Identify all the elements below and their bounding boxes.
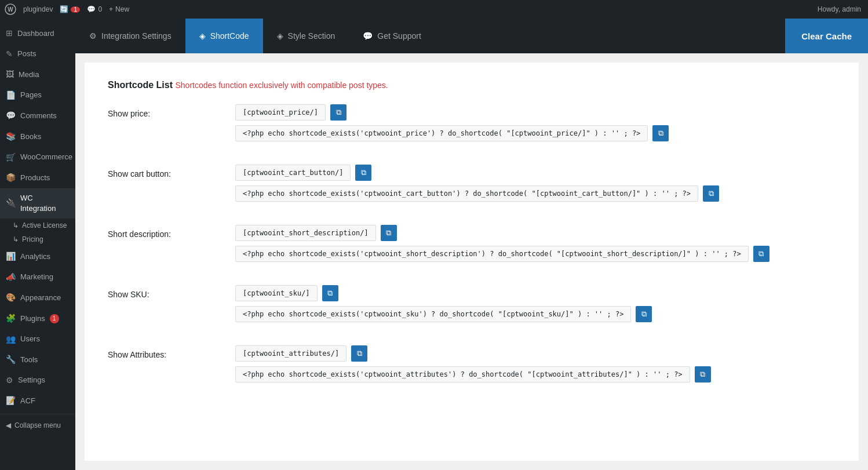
new-item[interactable]: + New	[109, 5, 129, 13]
media-icon: 🖼	[6, 69, 14, 81]
collapse-menu[interactable]: ◀ Collapse menu	[0, 417, 75, 434]
plugins-icon: 🧩	[6, 313, 16, 325]
style-section-icon: ◈	[277, 31, 283, 41]
collapse-label: Collapse menu	[14, 421, 61, 429]
show-attributes-label: Show Attributes:	[108, 345, 235, 359]
tab-get-support[interactable]: 💬 Get Support	[349, 19, 435, 53]
show-cart-button-simple-code: [cptwooint_cart_button/]	[235, 165, 351, 181]
sidebar-label-acf: ACF	[20, 396, 35, 406]
tab-bar: ⚙ Integration Settings ◈ ShortCode ◈ Sty…	[75, 19, 868, 53]
acf-icon: 📝	[6, 395, 16, 407]
sidebar-item-users[interactable]: 👥 Users	[0, 329, 75, 350]
sidebar-item-products[interactable]: 📦 Products	[0, 167, 75, 188]
sidebar-label-tools: Tools	[20, 355, 38, 365]
page-content: Shortcode List Shortcodes function exclu…	[85, 63, 859, 461]
shortcode-row-show-price: Show price: [cptwooint_price/] ⧉ <?php e…	[108, 104, 836, 148]
sidebar-item-active-license[interactable]: ↳ Active License	[0, 218, 75, 232]
show-sku-php-copy[interactable]: ⧉	[636, 306, 652, 322]
show-cart-button-codes: [cptwooint_cart_button/] ⧉ <?php echo sh…	[235, 165, 836, 202]
short-description-php-copy[interactable]: ⧉	[753, 246, 769, 262]
clear-cache-button[interactable]: Clear Cache	[785, 19, 868, 53]
woocommerce-icon: 🛒	[6, 152, 16, 163]
sidebar-item-tools[interactable]: 🔧 Tools	[0, 349, 75, 370]
show-cart-button-php-line: <?php echo shortcode_exists('cptwooint_c…	[235, 185, 836, 202]
shortcode-list-title-text: Shortcode List	[108, 80, 173, 90]
collapse-icon: ◀	[6, 421, 11, 429]
updates-item[interactable]: 🔄 1	[60, 5, 80, 13]
updates-icon: 🔄	[60, 5, 68, 13]
sidebar-item-appearance[interactable]: 🎨 Appearance	[0, 287, 75, 308]
show-attributes-php-line: <?php echo shortcode_exists('cptwooint_a…	[235, 366, 836, 382]
show-attributes-codes: [cptwooint_attributes/] ⧉ <?php echo sho…	[235, 345, 836, 382]
sidebar-item-woocommerce[interactable]: 🛒 WooCommerce	[0, 147, 75, 168]
sidebar-item-posts[interactable]: ✎ Posts	[0, 44, 75, 65]
dashboard-icon: ⊞	[6, 28, 13, 39]
sidebar-label-woocommerce: WooCommerce	[20, 152, 72, 162]
show-attributes-php-copy[interactable]: ⧉	[695, 366, 711, 382]
get-support-icon: 💬	[363, 31, 373, 41]
pricing-arrow: ↳	[13, 235, 19, 243]
sidebar-label-appearance: Appearance	[20, 293, 61, 303]
sidebar-item-wc-integration[interactable]: 🔌 WC Integration	[0, 188, 75, 218]
comments-icon: 💬	[6, 110, 16, 122]
howdy-text: Howdy, admin	[818, 5, 861, 13]
short-description-codes: [cptwooint_short_description/] ⧉ <?php e…	[235, 225, 836, 262]
sidebar-item-media[interactable]: 🖼 Media	[0, 64, 75, 85]
short-description-simple-line: [cptwooint_short_description/] ⧉	[235, 225, 836, 241]
tab-shortcode[interactable]: ◈ ShortCode	[185, 19, 263, 53]
clear-cache-label: Clear Cache	[801, 31, 852, 41]
sidebar-label-wc-integration: WC Integration	[20, 193, 70, 214]
sidebar-item-pages[interactable]: 📄 Pages	[0, 85, 75, 106]
show-price-php-copy[interactable]: ⧉	[652, 125, 669, 141]
sidebar-label-marketing: Marketing	[20, 272, 53, 282]
show-cart-button-label: Show cart button:	[108, 165, 235, 178]
books-icon: 📚	[6, 131, 16, 143]
site-name-item[interactable]: plugindev	[23, 5, 53, 13]
show-sku-simple-line: [cptwooint_sku/] ⧉	[235, 285, 836, 301]
show-cart-button-php-code: <?php echo shortcode_exists('cptwooint_c…	[235, 185, 698, 202]
show-sku-php-code: <?php echo shortcode_exists('cptwooint_s…	[235, 306, 631, 322]
svg-text:W: W	[8, 6, 13, 13]
sidebar-item-pricing[interactable]: ↳ Pricing	[0, 232, 75, 246]
show-cart-button-php-copy[interactable]: ⧉	[703, 185, 719, 202]
sidebar-label-active-license: Active License	[22, 221, 67, 229]
show-attributes-php-code: <?php echo shortcode_exists('cptwooint_a…	[235, 366, 690, 382]
show-price-codes: [cptwooint_price/] ⧉ <?php echo shortcod…	[235, 104, 836, 141]
shortcode-row-short-description: Short description: [cptwooint_short_desc…	[108, 225, 836, 269]
show-sku-simple-copy[interactable]: ⧉	[322, 285, 338, 301]
posts-icon: ✎	[6, 49, 13, 60]
tab-style-section[interactable]: ◈ Style Section	[263, 19, 349, 53]
comments-item[interactable]: 💬 0	[87, 5, 102, 13]
sidebar-item-comments[interactable]: 💬 Comments	[0, 105, 75, 126]
sidebar: ⊞ Dashboard ✎ Posts 🖼 Media 📄 Pages 💬 Co…	[0, 19, 75, 470]
shortcode-list-heading: Shortcode List Shortcodes function exclu…	[108, 80, 836, 90]
sidebar-item-acf[interactable]: 📝 ACF	[0, 391, 75, 411]
show-price-php-line: <?php echo shortcode_exists('cptwooint_p…	[235, 125, 836, 141]
show-attributes-simple-code: [cptwooint_attributes/]	[235, 345, 347, 362]
sidebar-item-plugins[interactable]: 🧩 Plugins 1	[0, 308, 75, 329]
sidebar-item-dashboard[interactable]: ⊞ Dashboard	[0, 23, 75, 44]
sidebar-item-analytics[interactable]: 📊 Analytics	[0, 246, 75, 267]
sidebar-label-books: Books	[20, 132, 41, 142]
shortcode-row-show-sku: Show SKU: [cptwooint_sku/] ⧉ <?php echo …	[108, 285, 836, 329]
tab-integration-settings[interactable]: ⚙ Integration Settings	[75, 19, 185, 53]
sidebar-item-books[interactable]: 📚 Books	[0, 126, 75, 147]
show-price-simple-line: [cptwooint_price/] ⧉	[235, 104, 836, 121]
show-price-simple-copy[interactable]: ⧉	[330, 104, 347, 121]
sidebar-label-users: Users	[20, 334, 40, 344]
tab-style-section-label: Style Section	[288, 31, 335, 41]
show-sku-simple-code: [cptwooint_sku/]	[235, 285, 318, 301]
short-description-label: Short description:	[108, 225, 235, 239]
wp-logo-item[interactable]: W	[5, 3, 16, 15]
sidebar-item-marketing[interactable]: 📣 Marketing	[0, 267, 75, 288]
short-description-simple-copy[interactable]: ⧉	[381, 225, 397, 241]
sidebar-label-products: Products	[20, 173, 50, 183]
sidebar-label-settings: Settings	[18, 375, 45, 385]
sidebar-item-settings[interactable]: ⚙ Settings	[0, 370, 75, 391]
show-attributes-simple-copy[interactable]: ⧉	[351, 345, 367, 362]
show-cart-button-simple-copy[interactable]: ⧉	[355, 165, 371, 181]
shortcode-row-show-attributes: Show Attributes: [cptwooint_attributes/]…	[108, 345, 836, 389]
sidebar-label-posts: Posts	[17, 49, 37, 59]
active-license-arrow: ↳	[13, 221, 19, 229]
show-attributes-simple-line: [cptwooint_attributes/] ⧉	[235, 345, 836, 362]
